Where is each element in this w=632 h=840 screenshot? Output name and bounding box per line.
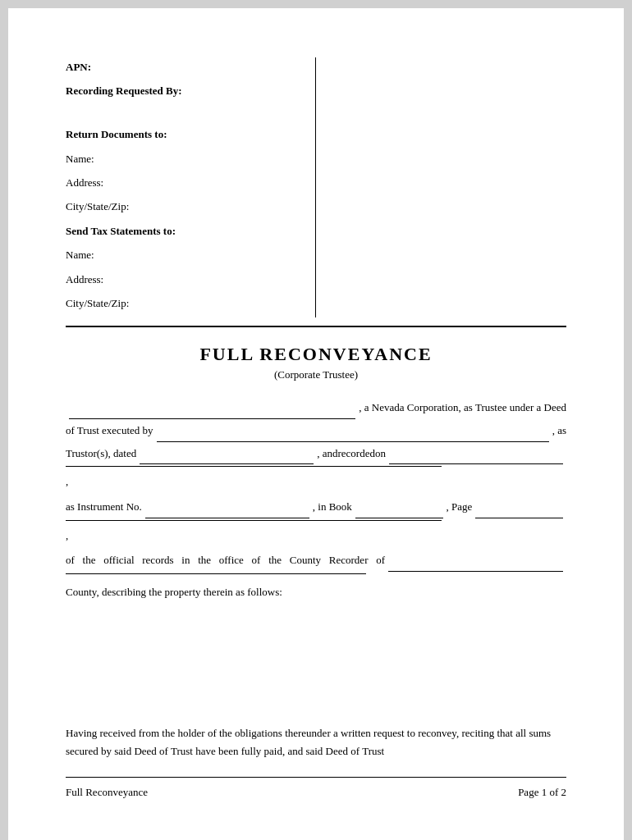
county-area <box>66 573 566 574</box>
address-line: Address: <box>66 173 299 192</box>
tax-line: Send Tax Statements to: <box>66 221 299 240</box>
recorded-date-blank <box>389 444 563 465</box>
city2-label: City/State/Zip: <box>66 297 129 309</box>
return-docs-line: Return Documents to: <box>66 125 299 144</box>
page-label: Page <box>451 497 472 518</box>
book-blank <box>355 497 443 518</box>
header-left: APN: Recording Requested By: Return Docu… <box>66 57 316 317</box>
recording-label: Recording Requested By: <box>66 84 182 97</box>
city2-line: City/State/Zip: <box>66 294 299 313</box>
book-label: , in Book <box>313 497 352 518</box>
title-section: FULL RECONVEYANCE (Corporate Trustee) <box>66 344 566 381</box>
subtitle: (Corporate Trustee) <box>66 368 566 381</box>
name-label: Name: <box>66 153 94 165</box>
document-page: APN: Recording Requested By: Return Docu… <box>8 8 624 840</box>
tax-label: Send Tax Statements to: <box>66 225 176 237</box>
header-section: APN: Recording Requested By: Return Docu… <box>66 57 566 327</box>
county-describing: County, describing the property therein … <box>66 582 566 603</box>
trustors-dated-line: Trustor(s), dated , and recorded on <box>66 444 566 465</box>
name-line: Name: <box>66 149 299 168</box>
header-right <box>316 57 566 317</box>
instrument-label: as Instrument No. <box>66 497 142 518</box>
county-text: County, describing the property therein … <box>66 586 282 598</box>
footer-page-label: Page 1 of 2 <box>518 786 566 799</box>
as-text: , as <box>552 421 566 441</box>
date-blank <box>140 444 314 465</box>
trust-executed-line: of Trust executed by , as <box>66 421 566 442</box>
name2-label: Name: <box>66 249 94 261</box>
county-recorder-blank <box>388 550 563 572</box>
apn-line: APN: <box>66 57 299 76</box>
nevada-text: , a Nevada Corporation, as Trustee under… <box>359 398 566 418</box>
main-title: FULL RECONVEYANCE <box>66 344 566 365</box>
footer-section: Full Reconveyance Page 1 of 2 <box>66 777 566 799</box>
county-underline <box>66 573 366 574</box>
city-label: City/State/Zip: <box>66 200 129 212</box>
body-section: , a Nevada Corporation, as Trustee under… <box>66 398 566 658</box>
name2-line: Name: <box>66 245 299 264</box>
having-section: Having received from the holder of the o… <box>66 708 566 760</box>
trustors-dated-text: Trustor(s), dated <box>66 444 136 464</box>
trustee-blank <box>69 398 355 419</box>
page-blank <box>475 497 563 518</box>
official-records-line: of the official records in the office of… <box>66 550 566 572</box>
recorded-text: recorded <box>338 444 375 464</box>
continuation-line <box>66 466 442 467</box>
trust-executed-text: of Trust executed by <box>66 421 153 441</box>
instrument-blank <box>145 497 309 518</box>
on-text: on <box>375 444 386 464</box>
trustor-blank <box>157 421 549 442</box>
address-label: Address: <box>66 176 103 189</box>
and-text: and <box>323 444 338 464</box>
city-line: City/State/Zip: <box>66 197 299 216</box>
address2-label: Address: <box>66 273 103 285</box>
having-text: Having received from the holder of the o… <box>66 724 566 760</box>
continuation-area-2: , <box>66 520 566 546</box>
spacer <box>66 658 566 708</box>
official-records-text: of the official records in the office of… <box>66 550 385 571</box>
address2-line: Address: <box>66 270 299 289</box>
continuation-area: , <box>66 466 566 492</box>
nevada-line: , a Nevada Corporation, as Trustee under… <box>66 398 566 419</box>
instrument-line: as Instrument No. , in Book , Page <box>66 497 566 518</box>
return-docs-label: Return Documents to: <box>66 128 167 140</box>
apn-label: APN: <box>66 61 91 73</box>
continuation-line-2 <box>66 520 442 521</box>
footer-left-label: Full Reconveyance <box>66 786 148 799</box>
recording-line: Recording Requested By: <box>66 81 299 100</box>
